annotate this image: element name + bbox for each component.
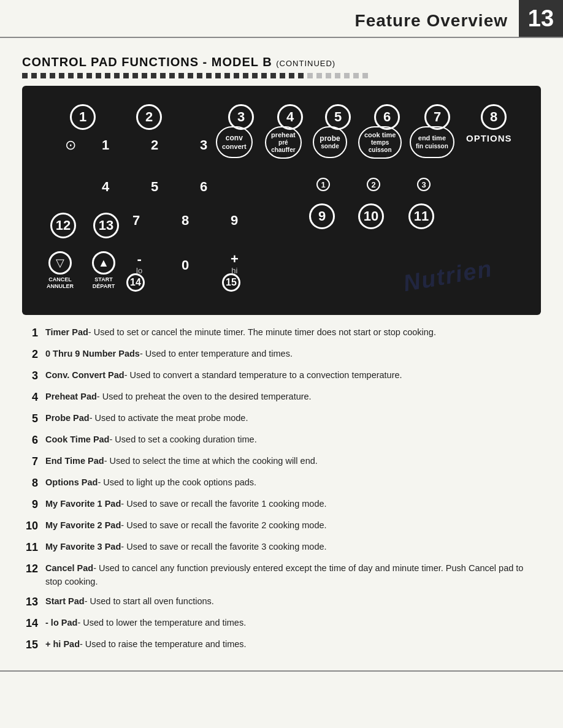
desc-text-3: Conv. Convert Pad- Used to convert a sta… — [45, 369, 541, 382]
desc-num-2: 2 — [22, 346, 45, 363]
fav2-pad-label: 10 — [358, 203, 384, 229]
key-3[interactable]: 3 — [200, 137, 207, 153]
dot — [270, 73, 276, 78]
dot — [252, 73, 258, 78]
desc-item-9: 9My Favorite 1 Pad- Used to save or reca… — [22, 498, 541, 513]
pad-circle-2: 2 — [136, 104, 162, 130]
dot — [335, 73, 340, 78]
end-time-button[interactable]: end time fin cuisson — [410, 126, 454, 158]
desc-num-5: 5 — [22, 411, 45, 427]
dot — [151, 73, 156, 78]
dot — [123, 73, 129, 78]
end-time-label: end time fin cuisson — [410, 126, 454, 158]
fav1-pad[interactable]: 9 — [309, 203, 335, 229]
dot — [234, 73, 239, 78]
desc-text-1: Timer Pad- Used to set or cancel the min… — [45, 326, 541, 339]
desc-text-12: Cancel Pad- Used to cancel any function … — [45, 562, 541, 589]
dot — [22, 73, 28, 78]
dot — [353, 73, 359, 78]
desc-num-9: 9 — [22, 496, 45, 513]
key-4[interactable]: 4 — [102, 179, 109, 195]
key-2[interactable]: 2 — [151, 137, 158, 153]
start-label: STARTDÉPART — [93, 276, 115, 290]
dot — [362, 73, 368, 78]
desc-item-11: 11My Favorite 3 Pad- Used to save or rec… — [22, 540, 541, 556]
dots-divider — [22, 73, 541, 78]
watermark: Nutrien — [401, 256, 494, 297]
dot — [142, 73, 147, 78]
dot — [50, 73, 55, 78]
pad-circle-label-13: 13 — [93, 213, 119, 238]
key-6[interactable]: 6 — [200, 179, 207, 195]
desc-item-6: 6Cook Time Pad- Used to set a cooking du… — [22, 433, 541, 449]
dot — [31, 73, 37, 78]
descriptions-list: 1Timer Pad- Used to set or cancel the mi… — [22, 326, 541, 653]
key-0[interactable]: 0 — [182, 257, 189, 273]
desc-text-6: Cook Time Pad- Used to set a cooking dur… — [45, 433, 541, 447]
desc-item-13: 13Start Pad- Used to start all oven func… — [22, 595, 541, 610]
plus-key[interactable]: + — [231, 251, 239, 267]
footer-divider — [0, 670, 563, 672]
pad-circle-8: 8 — [481, 104, 507, 130]
desc-item-4: 4Preheat Pad- Used to preheat the oven t… — [22, 390, 541, 406]
desc-num-11: 11 — [22, 539, 45, 556]
cook-time-button[interactable]: cook time temps cuisson — [358, 126, 402, 159]
desc-text-5: Probe Pad- Used to activate the meat pro… — [45, 412, 541, 425]
fav1-pad-label: 9 — [309, 203, 335, 229]
pad-circle-label-2: 2 — [136, 104, 162, 130]
minus-key[interactable]: - — [137, 251, 141, 267]
probe-button[interactable]: probe sonde — [313, 126, 347, 158]
fav3-small-circle: 3 — [417, 178, 431, 191]
desc-num-15: 15 — [22, 637, 45, 653]
key-4-label: 4 — [102, 179, 109, 195]
dot — [59, 73, 64, 78]
desc-item-5: 5Probe Pad- Used to activate the meat pr… — [22, 412, 541, 427]
fav1-small-label: 1 — [316, 178, 330, 191]
desc-item-12: 12Cancel Pad- Used to cancel any functio… — [22, 562, 541, 589]
fav1-small-circle: 1 — [316, 178, 330, 191]
start-button[interactable]: ▲ STARTDÉPART — [92, 251, 115, 290]
dot — [316, 73, 322, 78]
pad-circle-13: 13 — [93, 213, 119, 238]
fav2-small-label: 2 — [367, 178, 380, 191]
fav3-pad[interactable]: 11 — [408, 203, 434, 229]
desc-item-10: 10My Favorite 2 Pad- Used to save or rec… — [22, 519, 541, 534]
desc-text-7: End Time Pad- Used to select the time at… — [45, 455, 541, 468]
dot — [114, 73, 120, 78]
conv-convert-label: conv convert — [216, 126, 253, 158]
key-8[interactable]: 8 — [182, 213, 189, 229]
dot — [307, 73, 313, 78]
dot — [197, 73, 202, 78]
key-9[interactable]: 9 — [231, 213, 238, 229]
desc-text-2: 0 Thru 9 Number Pads- Used to enter temp… — [45, 347, 541, 361]
key-7[interactable]: 7 — [132, 213, 140, 229]
control-pad-image: 1 2 3 4 5 6 7 8 ⊙ — [22, 86, 541, 315]
dot — [188, 73, 193, 78]
desc-item-7: 7End Time Pad- Used to select the time a… — [22, 455, 541, 470]
desc-text-14: - lo Pad- Used to lower the temperature … — [45, 616, 541, 630]
dot — [224, 73, 230, 78]
page-title: Feature Overview — [0, 0, 508, 37]
desc-text-13: Start Pad- Used to start all oven functi… — [45, 595, 541, 609]
key-3-label: 3 — [200, 137, 207, 153]
page-number: 13 — [519, 0, 563, 37]
key-1[interactable]: 1 — [102, 137, 109, 153]
desc-num-1: 1 — [22, 325, 45, 341]
dot — [344, 73, 350, 78]
fav2-small-circle: 2 — [367, 178, 380, 191]
options-button[interactable]: OPTIONS — [466, 133, 512, 143]
fav2-pad[interactable]: 10 — [358, 203, 384, 229]
conv-convert-button[interactable]: conv convert — [216, 126, 253, 158]
pad-circle-label-1: 1 — [70, 104, 96, 130]
desc-num-12: 12 — [22, 561, 45, 577]
pad-circle-label-15: 15 — [222, 273, 240, 292]
preheat-button[interactable]: preheat pré chauffer — [265, 126, 302, 159]
key-2-label: 2 — [151, 137, 158, 153]
desc-num-8: 8 — [22, 475, 45, 491]
dot — [86, 73, 92, 78]
dot — [261, 73, 267, 78]
cancel-button[interactable]: ▽ CANCELANNULER — [47, 251, 74, 290]
dot — [289, 73, 294, 78]
key-5[interactable]: 5 — [151, 179, 158, 195]
desc-num-13: 13 — [22, 594, 45, 610]
